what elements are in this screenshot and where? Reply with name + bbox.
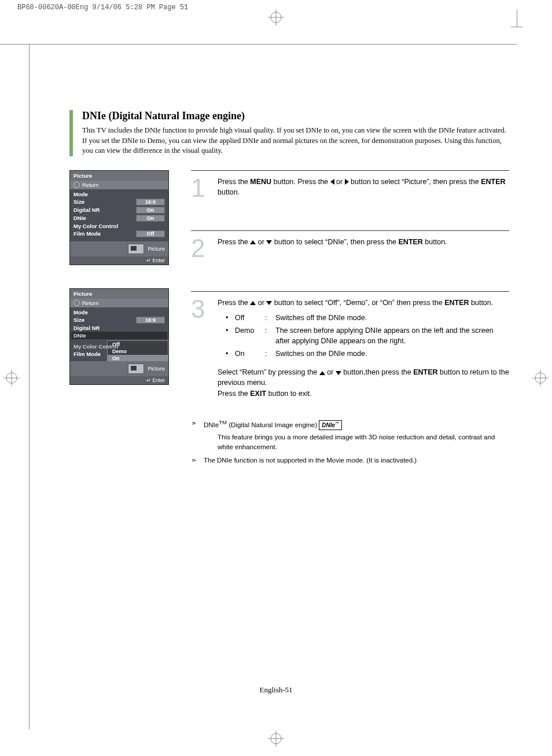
section-accent-bar — [69, 110, 73, 156]
up-arrow-icon — [319, 371, 325, 375]
return-icon — [73, 182, 80, 188]
osd-title: Picture — [70, 171, 168, 181]
step-number: 1 — [191, 177, 212, 200]
left-arrow-icon — [330, 179, 334, 185]
osd-value: On — [136, 215, 165, 222]
down-arrow-icon — [266, 301, 272, 305]
step-3: 3 Press the or button to select “Off”, “… — [191, 291, 509, 413]
step-1: 1 Press the MENU button. Press the or bu… — [191, 170, 509, 214]
osd-footer: Picture — [70, 241, 168, 256]
registration-mark-right — [532, 370, 549, 386]
osd-return-row: Return — [70, 181, 168, 189]
osd-value: Off — [136, 230, 165, 237]
osd-item: Digital NR — [73, 325, 165, 331]
note-arrow-icon: ➣ — [191, 419, 199, 452]
step-number: 2 — [191, 237, 212, 260]
crop-rule — [0, 44, 517, 45]
dnie-badge: DNIe™ — [319, 420, 342, 431]
step-text: Press the MENU button. Press the or butt… — [218, 177, 509, 200]
option-list: •Off:Switches off the DNIe mode. •Demo:T… — [226, 313, 509, 359]
note-detail: This feature brings you a more detailed … — [218, 432, 509, 452]
down-arrow-icon — [336, 371, 341, 375]
note-text: The DNIe function is not supported in th… — [204, 456, 509, 465]
print-header: BP68-00620A-00Eng 9/14/06 5:28 PM Page 5… — [17, 3, 188, 12]
osd-item: My Color Control — [73, 223, 165, 229]
step-text: Press the or button to select “Off”, “De… — [218, 298, 509, 399]
crop-rule — [29, 44, 30, 729]
osd-item: Mode — [73, 191, 165, 197]
osd-item: Size — [73, 317, 136, 323]
osd-item-selected: DNIe — [73, 332, 165, 339]
osd-value: On — [136, 207, 165, 214]
registration-mark-bottom — [268, 731, 284, 747]
osd-return-label: Return — [82, 300, 99, 306]
return-icon — [73, 300, 80, 306]
osd-item: DNIe — [73, 215, 136, 221]
osd-screenshot-1: Picture Return Mode Size16:9 Digital NRO… — [69, 170, 169, 265]
section-intro: This TV includes the DNIe function to pr… — [82, 126, 509, 156]
osd-value: 16:9 — [136, 199, 165, 205]
step-text: Press the or button to select “DNIe”, th… — [218, 237, 509, 260]
osd-footer-label: Picture — [148, 365, 165, 372]
up-arrow-icon — [250, 240, 256, 244]
osd-item: Size — [73, 199, 136, 205]
osd-item: My Color Control — [73, 343, 165, 350]
step-number: 3 — [191, 298, 212, 399]
osd-thumbnail-icon — [128, 364, 144, 374]
osd-screenshot-2: Picture Return Mode Size16:9 Digital NR … — [69, 288, 169, 385]
osd-title: Picture — [70, 289, 168, 299]
osd-return-row: Return — [70, 299, 168, 307]
osd-item: Film Mode — [73, 351, 165, 357]
step-2: 2 Press the or button to select “DNIe”, … — [191, 230, 509, 274]
registration-mark-top — [268, 9, 284, 25]
osd-item: Film Mode — [73, 230, 136, 237]
crop-tick — [517, 9, 517, 27]
up-arrow-icon — [250, 301, 256, 305]
registration-mark-left — [3, 370, 20, 386]
osd-value: 16:9 — [136, 317, 165, 324]
down-arrow-icon — [266, 240, 272, 244]
note-arrow-icon: ➣ — [191, 456, 199, 465]
osd-item: Mode — [73, 309, 165, 315]
osd-footer: Picture — [70, 361, 168, 376]
osd-footer-label: Picture — [148, 245, 165, 252]
right-arrow-icon — [345, 179, 349, 185]
osd-return-label: Return — [82, 182, 99, 188]
osd-enter-hint: ↵ Enter — [70, 256, 168, 265]
osd-item: Digital NR — [73, 207, 136, 213]
osd-thumbnail-icon — [128, 244, 144, 254]
section-title: DNIe (Digital Natural Image engine) — [82, 110, 509, 122]
notes: ➣ DNIeTM (Digital Natural Image engine) … — [191, 419, 509, 465]
osd-enter-hint: ↵ Enter — [70, 376, 168, 384]
page-number: English-51 — [259, 685, 292, 695]
